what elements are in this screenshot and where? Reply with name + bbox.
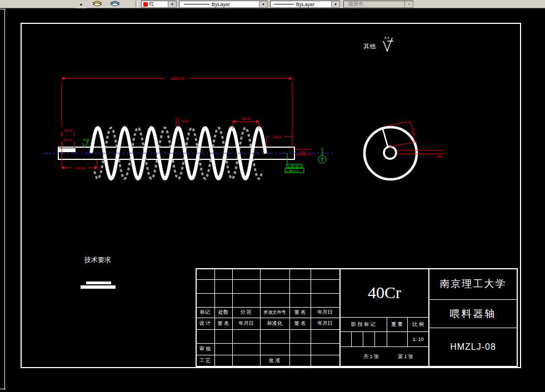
tolerance-bottom-text: ⟂ Ø0.1 A xyxy=(286,169,298,173)
dim-left-inner: 64.00 xyxy=(63,138,72,142)
color-swatch xyxy=(143,2,148,7)
tb-label-zone: 分 区 xyxy=(232,307,260,318)
other-note-label: 其他 xyxy=(363,43,376,49)
linetype-sample xyxy=(184,4,209,4)
tb-label-date2: 年月日 xyxy=(232,318,260,329)
layer-stack-icon xyxy=(110,1,121,7)
tb-drawing-no: HMZLJ-08 xyxy=(429,328,517,366)
lineweight-dropdown-arrow[interactable]: ▼ xyxy=(331,1,339,7)
tech-req-bar-1 xyxy=(86,282,111,284)
left-edge-line xyxy=(4,9,5,390)
tb-scale-value: 1: 10 xyxy=(407,331,429,346)
left-edge-artifact-bottom xyxy=(0,389,6,389)
dim-chamfer: 145x2 xyxy=(272,135,282,139)
lineweight-control[interactable]: ByLayer ▼ xyxy=(270,1,340,8)
dim-left-outer: 90.00 xyxy=(64,129,73,132)
color-label: 红 xyxy=(149,1,154,8)
tb-label-date1: 年月日 xyxy=(311,307,339,318)
tb-label-weight: 重 量 xyxy=(387,317,407,331)
toolbar-dropdown-button[interactable]: ▼ xyxy=(76,1,87,8)
linetype-label: ByLayer xyxy=(212,2,230,7)
tb-label-design: 设 计 xyxy=(196,318,214,329)
tb-label-mark: 标记 xyxy=(196,307,214,318)
tb-part-name: 喂料器轴 xyxy=(429,299,517,328)
properties-toolbar: ▼ 红 ▼ ByLayer ▼ ByLayer ▼ 随颜色 ▼ xyxy=(0,0,545,8)
dim-left-segment: 500.00 xyxy=(75,167,86,170)
tb-sheet-total: 共 1 张 xyxy=(350,346,392,366)
tb-label-sign1: 签 名 xyxy=(289,307,311,318)
tolerance-top-text: ◎ Ø0.05 A xyxy=(288,165,301,168)
dim-flight-thickness: 5.00 xyxy=(182,119,188,123)
linetype-dropdown-arrow[interactable]: ▼ xyxy=(259,1,267,7)
tb-company: 南京理工大学 xyxy=(429,268,517,299)
layer-properties-button[interactable] xyxy=(92,1,104,7)
tb-label-scale: 比 例 xyxy=(407,317,429,331)
dim-end-shaft-dia: Ø60 xyxy=(437,155,442,158)
tech-req-bar-2 xyxy=(81,285,116,289)
roughness-value: 3.2 xyxy=(83,138,88,142)
tb-label-count: 处数 xyxy=(214,307,232,318)
dim-shaft-dia: Ø60 xyxy=(301,151,306,154)
plotstyle-dropdown-arrow: ▼ xyxy=(404,1,413,7)
make-layer-current-button[interactable] xyxy=(110,1,122,7)
tech-req-title: 技术要求 xyxy=(84,256,111,264)
dim-pitch: 150.00 xyxy=(241,117,252,120)
tb-sheet-no: 第 1 张 xyxy=(389,346,422,366)
lineweight-label: ByLayer xyxy=(296,2,314,7)
dim-overall: 1800.00 xyxy=(170,77,184,81)
linetype-control[interactable]: ByLayer ▼ xyxy=(179,1,268,8)
plotstyle-label: 随颜色 xyxy=(348,1,363,8)
tb-label-review: 审 核 xyxy=(196,343,214,355)
tb-label-process: 工 艺 xyxy=(196,355,214,366)
toolbar-separator xyxy=(136,1,138,7)
tb-material: 40Cr xyxy=(340,268,429,317)
color-control[interactable]: 红 ▼ xyxy=(141,1,177,8)
tb-label-sign3: 签 名 xyxy=(289,318,311,329)
lineweight-sample xyxy=(274,4,294,4)
plotstyle-control: 随颜色 ▼ xyxy=(343,1,413,8)
tb-label-standard: 标准化 xyxy=(260,318,289,329)
other-roughness-value: 6.3 xyxy=(384,36,389,39)
color-dropdown-arrow[interactable]: ▼ xyxy=(168,1,176,7)
tb-label-changefile: 更改文件号 xyxy=(260,307,289,318)
tb-label-date3: 年月日 xyxy=(311,318,339,329)
tb-label-stage: 阶 段 标 记 xyxy=(340,317,387,331)
tb-label-sign2: 签 名 xyxy=(214,318,232,329)
layers-icon xyxy=(92,1,103,7)
tb-label-approve: 批 准 xyxy=(260,355,289,366)
